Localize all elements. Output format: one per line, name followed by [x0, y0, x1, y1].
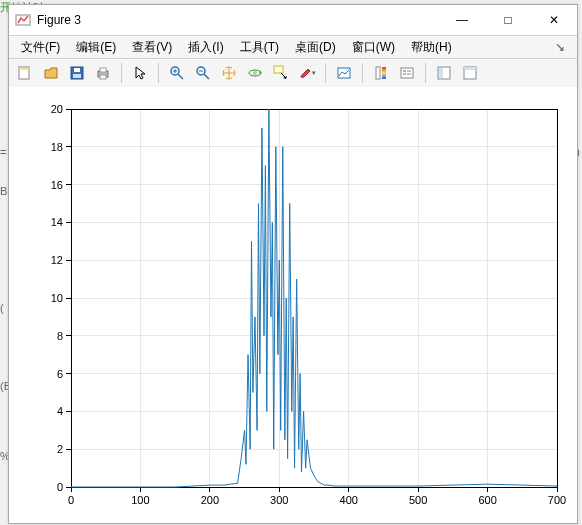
titlebar[interactable]: Figure 3 — □ ✕: [9, 5, 577, 36]
toolbar: ▾: [9, 59, 577, 88]
link-plot-button[interactable]: [332, 61, 356, 85]
legend-button[interactable]: [395, 61, 419, 85]
svg-text:0: 0: [68, 494, 74, 506]
rotate3d-button[interactable]: [243, 61, 267, 85]
window-title: Figure 3: [37, 13, 439, 27]
close-button[interactable]: ✕: [531, 5, 577, 35]
svg-rect-30: [464, 67, 476, 70]
menu-file[interactable]: 文件(F): [13, 37, 68, 58]
svg-rect-21: [382, 67, 386, 79]
toolbar-separator: [158, 63, 159, 83]
svg-rect-7: [100, 68, 106, 72]
svg-text:200: 200: [201, 494, 219, 506]
bg-text-par1: (: [0, 302, 4, 314]
brush-button[interactable]: ▾: [295, 61, 319, 85]
zoom-out-button[interactable]: [191, 61, 215, 85]
svg-line-10: [178, 74, 183, 79]
dock-button[interactable]: [458, 61, 482, 85]
svg-text:300: 300: [270, 494, 288, 506]
svg-text:6: 6: [57, 368, 63, 380]
svg-text:18: 18: [51, 141, 63, 153]
svg-text:2: 2: [57, 443, 63, 455]
minimize-glyph: —: [456, 13, 468, 27]
save-button[interactable]: [65, 61, 89, 85]
svg-text:400: 400: [340, 494, 358, 506]
svg-rect-5: [73, 74, 81, 78]
menu-view[interactable]: 查看(V): [124, 37, 180, 58]
zoom-in-button[interactable]: [165, 61, 189, 85]
svg-text:0: 0: [57, 481, 63, 493]
menubar: 文件(F) 编辑(E) 查看(V) 插入(I) 工具(T) 桌面(D) 窗口(W…: [9, 36, 577, 59]
svg-text:10: 10: [51, 292, 63, 304]
toolbar-collapse-icon[interactable]: ↘: [553, 40, 567, 54]
svg-text:14: 14: [51, 216, 63, 228]
menu-help[interactable]: 帮助(H): [403, 37, 460, 58]
svg-rect-18: [274, 66, 283, 73]
menu-edit[interactable]: 编辑(E): [68, 37, 124, 58]
svg-text:600: 600: [478, 494, 496, 506]
hide-tools-button[interactable]: [432, 61, 456, 85]
pan-button[interactable]: [217, 61, 241, 85]
svg-point-17: [253, 71, 257, 75]
axes-area[interactable]: 010020030040050060070002468101214161820: [9, 87, 577, 523]
matlab-figure-icon: [15, 12, 31, 28]
toolbar-separator: [325, 63, 326, 83]
print-button[interactable]: [91, 61, 115, 85]
svg-rect-8: [100, 75, 106, 79]
svg-text:12: 12: [51, 254, 63, 266]
svg-text:16: 16: [51, 179, 63, 191]
open-button[interactable]: [39, 61, 63, 85]
svg-rect-2: [21, 68, 29, 70]
svg-rect-20: [376, 67, 380, 79]
bg-text-eq: =: [0, 146, 6, 158]
maximize-button[interactable]: □: [485, 5, 531, 35]
menu-insert[interactable]: 插入(I): [180, 37, 231, 58]
figure-window: Figure 3 — □ ✕ 文件(F) 编辑(E) 查看(V) 插入(I) 工…: [8, 4, 578, 524]
close-glyph: ✕: [549, 13, 559, 27]
svg-line-14: [204, 74, 209, 79]
svg-text:8: 8: [57, 330, 63, 342]
new-figure-button[interactable]: [13, 61, 37, 85]
menu-window[interactable]: 窗口(W): [344, 37, 403, 58]
menu-desktop[interactable]: 桌面(D): [287, 37, 344, 58]
svg-text:700: 700: [548, 494, 566, 506]
svg-text:4: 4: [57, 405, 63, 417]
toolbar-separator: [362, 63, 363, 83]
svg-text:500: 500: [409, 494, 427, 506]
maximize-glyph: □: [504, 13, 511, 27]
svg-text:20: 20: [51, 103, 63, 115]
svg-rect-22: [401, 68, 413, 78]
data-cursor-button[interactable]: [269, 61, 293, 85]
menu-tools[interactable]: 工具(T): [232, 37, 287, 58]
svg-rect-4: [74, 68, 80, 72]
colorbar-button[interactable]: [369, 61, 393, 85]
pointer-button[interactable]: [128, 61, 152, 85]
minimize-button[interactable]: —: [439, 5, 485, 35]
svg-text:100: 100: [131, 494, 149, 506]
dropdown-arrow-icon: ▾: [312, 69, 316, 77]
toolbar-separator: [121, 63, 122, 83]
bg-text-b1: B: [0, 185, 7, 197]
toolbar-separator: [425, 63, 426, 83]
chart-svg: 010020030040050060070002468101214161820: [9, 87, 577, 523]
svg-rect-28: [439, 68, 443, 78]
